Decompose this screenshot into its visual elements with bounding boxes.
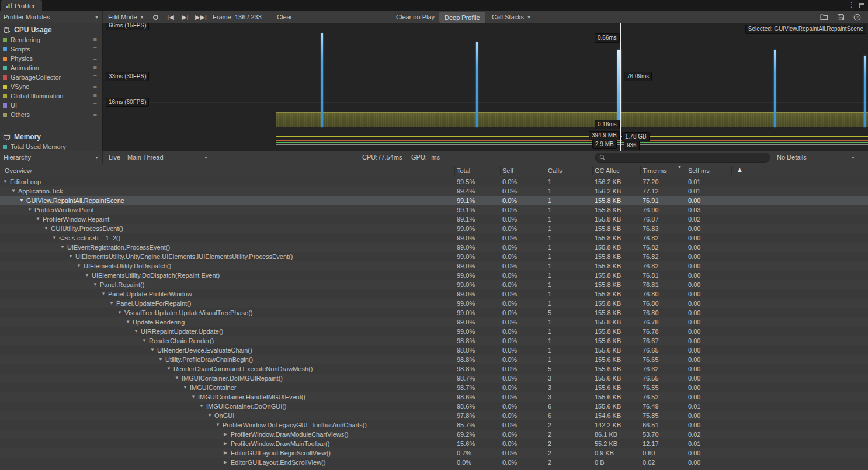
expanded-arrow-icon[interactable]: ▼ [101,289,106,299]
expanded-arrow-icon[interactable]: ▼ [216,420,220,430]
module-legend-item[interactable]: VSync≡ [0,82,102,91]
table-row[interactable]: ▼UIRRepaintUpdater.Update()99.0%0.0%1155… [0,327,868,336]
column-self[interactable]: Self [502,164,513,177]
details-dropdown[interactable]: No Details ▼ [773,151,859,164]
table-row[interactable]: ▼VisualTreeUpdater.UpdateVisualTreePhase… [0,308,868,317]
drag-handle-icon[interactable]: ≡ [93,54,97,61]
table-row[interactable]: ▼OnGUI97.8%0.0%6154.6 KB75.850.00 [0,411,868,420]
expanded-arrow-icon[interactable]: ▼ [199,402,204,411]
table-row[interactable]: ▼Update Rendering99.0%0.0%1155.8 KB76.78… [0,317,868,327]
collapsed-arrow-icon[interactable]: ▶ [224,439,227,448]
drag-handle-icon[interactable]: ≡ [93,101,97,108]
search-field[interactable] [595,153,770,163]
column-divider[interactable] [640,166,641,175]
expanded-arrow-icon[interactable]: ▼ [27,205,32,215]
sort-descending-icon[interactable]: ▼ [678,165,682,169]
save-profile-button[interactable] [835,12,846,22]
expanded-arrow-icon[interactable]: ▼ [126,317,130,327]
frame-spike[interactable] [476,42,478,127]
column-gc-alloc[interactable]: GC Alloc [595,164,620,177]
window-menu-icon[interactable]: ⋮ [848,1,855,9]
next-frame-button[interactable]: ▶| [178,11,192,23]
column-divider[interactable] [731,166,732,175]
call-stacks-dropdown[interactable]: Call Stacks ▼ [488,11,534,23]
table-row[interactable]: ▼UIElementsUtility.DoDispatch()99.0%0.0%… [0,261,868,271]
expanded-arrow-icon[interactable]: ▼ [77,261,81,271]
column-total[interactable]: Total [457,164,470,177]
table-row[interactable]: ▶EditorGUILayout.BeginScrollView()0.7%0.… [0,448,868,458]
column-divider[interactable] [546,166,546,175]
table-row[interactable]: ▼Utility.ProfileDrawChainBegin()98.8%0.0… [0,355,868,364]
sort-indicator-icon[interactable]: ▲ [737,166,743,173]
expanded-arrow-icon[interactable]: ▼ [3,177,8,186]
table-row[interactable]: ▼IMGUIContainer.DoOnGUI()98.6%0.0%6155.6… [0,402,868,411]
expanded-arrow-icon[interactable]: ▼ [142,336,147,345]
expanded-arrow-icon[interactable]: ▼ [11,186,16,196]
table-row[interactable]: ▼IMGUIContainer.DoIMGUIRepaint()98.7%0.0… [0,374,868,383]
expanded-arrow-icon[interactable]: ▼ [36,215,40,224]
column-calls[interactable]: Calls [548,164,562,177]
expanded-arrow-icon[interactable]: ▼ [85,271,89,280]
expanded-arrow-icon[interactable]: ▼ [68,252,73,261]
table-row[interactable]: ▼UIElementsUtility.DoDispatch(Repaint Ev… [0,271,868,280]
profiler-tab[interactable]: Profiler [1,0,42,11]
table-row[interactable]: ▼GUIView.RepaintAll.RepaintScene99.1%0.0… [0,196,868,205]
drag-handle-icon[interactable]: ≡ [93,64,97,71]
table-row[interactable]: ▼UIElementsUtility.UnityEngine.UIElement… [0,252,868,261]
window-layout-icon[interactable] [859,3,864,8]
expanded-arrow-icon[interactable]: ▼ [52,233,57,243]
expanded-arrow-icon[interactable]: ▼ [158,355,163,364]
expanded-arrow-icon[interactable]: ▼ [191,392,196,402]
table-row[interactable]: ▶EditorGUILayout.EndScrollView()0.0%0.0%… [0,458,868,467]
table-row[interactable]: ▼ProfilerWindow.Repaint99.1%0.0%1155.8 K… [0,215,868,224]
help-button[interactable]: ? [852,12,862,22]
memory-chart[interactable]: 394.9 MB 1.78 GB 2.9 MB 936 [103,130,868,151]
table-row[interactable]: ▼UIRenderDevice.EvaluateChain()98.8%0.0%… [0,345,868,355]
memory-module-header[interactable]: Memory [0,130,103,142]
table-row[interactable]: ▼IMGUIContainer.HandleIMGUIEvent()98.6%0… [0,392,868,402]
clear-on-play-button[interactable]: Clear on Play [393,11,438,23]
chart-region[interactable]: 66ms (15FPS) 33ms (30FPS) 16ms (60FPS) 0… [103,23,868,151]
expanded-arrow-icon[interactable]: ▼ [19,196,24,205]
expanded-arrow-icon[interactable]: ▼ [150,345,155,355]
frame-spike[interactable] [864,56,866,127]
live-toggle[interactable]: Live [106,151,123,164]
drag-handle-icon[interactable]: ≡ [93,92,97,99]
module-legend-item[interactable]: Scripts≡ [0,44,102,54]
drag-handle-icon[interactable]: ≡ [93,110,97,117]
cpu-usage-module-header[interactable]: CPU Usage [0,23,102,35]
table-row[interactable]: ▼RenderChainCommand.ExecuteNonDrawMesh()… [0,364,868,374]
column-divider[interactable] [500,166,501,175]
search-input[interactable] [608,154,765,161]
column-divider[interactable] [592,166,593,175]
drag-handle-icon[interactable]: ≡ [93,45,97,52]
column-self-ms[interactable]: Self ms [688,164,710,177]
module-legend-item[interactable]: Others≡ [0,110,102,119]
drag-handle-icon[interactable]: ≡ [93,36,97,43]
module-legend-item[interactable]: Rendering≡ [0,35,102,44]
record-button[interactable] [150,11,161,23]
column-divider[interactable] [454,166,455,175]
module-legend-item[interactable]: UI≡ [0,101,102,110]
module-legend-item[interactable]: Global Illumination≡ [0,91,102,101]
view-mode-dropdown[interactable]: Hierarchy ▼ [0,151,103,164]
table-row[interactable]: ▼EditorLoop99.5%0.0%1156.2 KB77.200.01 [0,177,868,186]
table-row[interactable]: ▼Panel.Repaint()99.0%0.0%1155.8 KB76.810… [0,280,868,289]
deep-profile-button[interactable]: Deep Profile [439,12,485,23]
table-row[interactable]: ▼<>c.<.cctor>b__1_2()99.0%0.0%1155.8 KB7… [0,233,868,243]
table-row[interactable]: ▼Application.Tick99.4%0.0%1156.2 KB77.12… [0,186,868,196]
collapsed-arrow-icon[interactable]: ▶ [224,448,227,458]
table-row[interactable]: ▼ProfilerWindow.DoLegacyGUI_ToolbarAndCh… [0,420,868,430]
expanded-arrow-icon[interactable]: ▼ [134,327,138,336]
table-row[interactable]: ▼RenderChain.Render()98.8%0.0%1155.6 KB7… [0,336,868,345]
profiler-modules-dropdown[interactable]: Profiler Modules ▼ [0,11,103,23]
thread-dropdown[interactable]: Main Thread ▼ [124,151,211,164]
collapsed-arrow-icon[interactable]: ▶ [224,458,227,467]
expanded-arrow-icon[interactable]: ▼ [109,299,114,308]
drag-handle-icon[interactable]: ≡ [93,82,97,89]
expanded-arrow-icon[interactable]: ▼ [175,374,179,383]
current-frame-button[interactable]: ▶▶| [193,11,209,23]
cpu-usage-chart[interactable]: 66ms (15FPS) 33ms (30FPS) 16ms (60FPS) 0… [103,23,868,130]
first-frame-button[interactable]: |◀ [164,11,178,23]
table-row[interactable]: ▼IMGUIContainer98.7%0.0%3155.6 KB76.550.… [0,383,868,392]
